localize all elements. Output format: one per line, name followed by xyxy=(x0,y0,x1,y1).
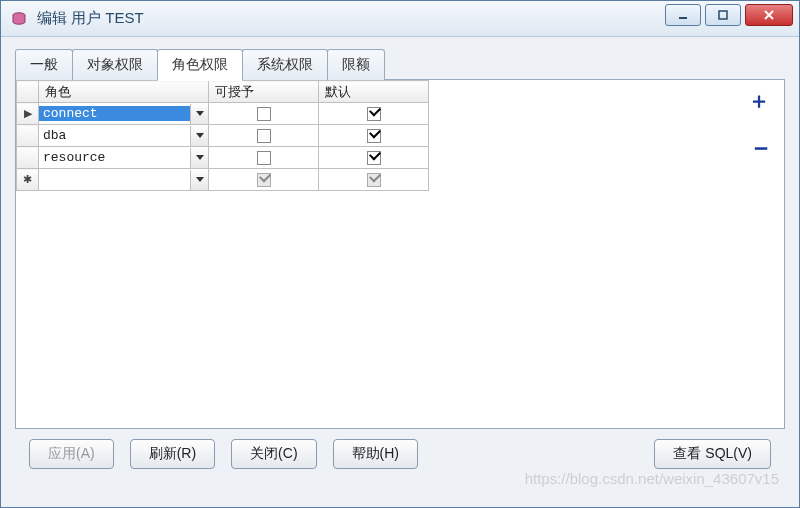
default-checkbox[interactable] xyxy=(367,151,381,165)
svg-marker-5 xyxy=(196,111,204,116)
tab-role-privs[interactable]: 角色权限 xyxy=(157,49,243,81)
default-checkbox xyxy=(367,173,381,187)
header-role[interactable]: 角色 xyxy=(39,81,209,103)
table-row-new[interactable]: ✱ xyxy=(17,169,429,191)
grantable-checkbox[interactable] xyxy=(257,129,271,143)
default-checkbox[interactable] xyxy=(367,129,381,143)
svg-marker-8 xyxy=(196,177,204,182)
close-button[interactable] xyxy=(745,4,793,26)
grantable-checkbox[interactable] xyxy=(257,107,271,121)
refresh-button[interactable]: 刷新(R) xyxy=(130,439,215,469)
table-header-row: 角色 可授予 默认 xyxy=(17,81,429,103)
role-cell[interactable]: resource xyxy=(39,147,209,169)
roles-table: 角色 可授予 默认 ▶ connect xyxy=(16,80,429,191)
grid-area: 角色 可授予 默认 ▶ connect xyxy=(16,80,784,191)
apply-button: 应用(A) xyxy=(29,439,114,469)
window-controls xyxy=(665,4,793,26)
role-dropdown-button[interactable] xyxy=(190,148,208,168)
header-default[interactable]: 默认 xyxy=(319,81,429,103)
role-name[interactable]: connect xyxy=(39,106,190,121)
row-handle-icon: ▶ xyxy=(17,103,39,125)
help-button[interactable]: 帮助(H) xyxy=(333,439,418,469)
titlebar: 编辑 用户 TEST xyxy=(1,1,799,37)
new-row-icon: ✱ xyxy=(17,169,39,191)
svg-marker-6 xyxy=(196,133,204,138)
table-row[interactable]: resource xyxy=(17,147,429,169)
dialog-content: 一般 对象权限 角色权限 系统权限 限额 角色 可授予 默认 ▶ xyxy=(1,37,799,481)
grantable-checkbox[interactable] xyxy=(257,151,271,165)
svg-marker-7 xyxy=(196,155,204,160)
role-name[interactable]: resource xyxy=(39,150,190,165)
close-dialog-button[interactable]: 关闭(C) xyxy=(231,439,316,469)
tab-quotas[interactable]: 限额 xyxy=(327,49,385,80)
minimize-button[interactable] xyxy=(665,4,701,26)
role-dropdown-button[interactable] xyxy=(190,170,208,190)
tab-system-privs[interactable]: 系统权限 xyxy=(242,49,328,80)
grantable-checkbox xyxy=(257,173,271,187)
row-handle-icon xyxy=(17,147,39,169)
view-sql-button[interactable]: 查看 SQL(V) xyxy=(654,439,771,469)
row-handle-icon xyxy=(17,125,39,147)
role-dropdown-button[interactable] xyxy=(190,104,208,124)
tab-strip: 一般 对象权限 角色权限 系统权限 限额 xyxy=(15,49,785,80)
role-cell[interactable]: connect xyxy=(39,103,209,125)
app-icon xyxy=(9,9,29,29)
header-handle xyxy=(17,81,39,103)
remove-row-button[interactable]: － xyxy=(748,134,774,160)
role-cell[interactable] xyxy=(39,169,209,191)
window-title: 编辑 用户 TEST xyxy=(37,9,144,28)
table-row[interactable]: ▶ connect xyxy=(17,103,429,125)
default-checkbox[interactable] xyxy=(367,107,381,121)
dialog-window: 编辑 用户 TEST 一般 对象权限 角色权限 系统权限 限额 角色 可授予 默 xyxy=(0,0,800,508)
button-bar: 应用(A) 刷新(R) 关闭(C) 帮助(H) 查看 SQL(V) xyxy=(15,429,785,469)
role-cell[interactable]: dba xyxy=(39,125,209,147)
tab-pane: 角色 可授予 默认 ▶ connect xyxy=(15,79,785,429)
table-row[interactable]: dba xyxy=(17,125,429,147)
add-row-button[interactable]: ＋ xyxy=(748,90,774,112)
header-grantable[interactable]: 可授予 xyxy=(209,81,319,103)
svg-rect-2 xyxy=(719,11,727,19)
row-side-buttons: ＋ － xyxy=(748,90,774,160)
tab-general[interactable]: 一般 xyxy=(15,49,73,80)
tab-object-privs[interactable]: 对象权限 xyxy=(72,49,158,80)
role-dropdown-button[interactable] xyxy=(190,126,208,146)
maximize-button[interactable] xyxy=(705,4,741,26)
role-name[interactable]: dba xyxy=(39,128,190,143)
